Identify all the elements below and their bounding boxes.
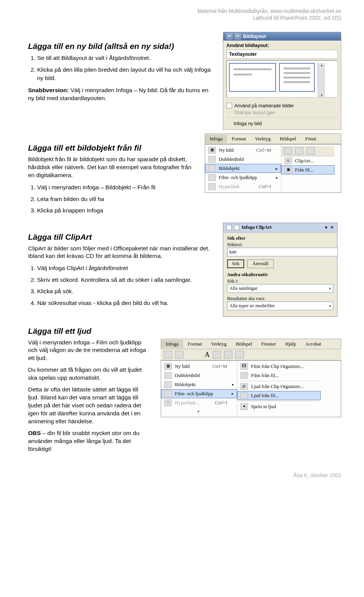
link-icon [208,183,216,190]
snabb-label: Snabbversion: [28,87,69,93]
s4-obs: OBS – din fil blir snabbt mycket stor om… [28,429,149,453]
toolbar-icon[interactable] [224,351,232,358]
menu-infoga[interactable]: Infoga [161,340,183,348]
menu-verktyg[interactable]: Verktyg [251,135,275,143]
submenu-arrow-icon: ▸ [232,391,234,396]
image-icon [164,381,172,388]
s2-steps: Välj i menyraden Infoga – Bildobjekt – F… [37,183,193,215]
toolbar-icon[interactable] [175,351,184,358]
new-slide-icon: ▦ [164,363,172,370]
forward-icon[interactable] [234,225,239,230]
menuitem-nybild[interactable]: ▦Ny bildCtrl+M [205,146,281,155]
menu-fonster[interactable]: Fönster [257,340,281,348]
menuitem-dubblett[interactable]: Dubblettbild [205,155,281,164]
list-item: Skriv ett sökord. Kontrollera så att du … [37,276,212,284]
toolbar-icon[interactable] [213,351,221,358]
menu-verktyg[interactable]: Verktyg [207,340,231,348]
toolbar-icon[interactable] [235,351,244,358]
menu-expand[interactable]: ▾ [161,407,237,416]
insert-new-slide[interactable]: Infoga ny bild [226,120,338,127]
menubar-1: Infoga Format Verktyg Bildspel Fönst [205,134,341,144]
sound-file-icon [240,392,248,399]
search-input[interactable] [227,248,338,256]
menu-bildspel[interactable]: Bildspel [275,135,301,143]
menu-format[interactable]: Format [227,135,251,143]
back-icon[interactable]: ⇦ [226,33,232,39]
new-slide-icon: ▦ [208,147,216,154]
dropdown-icon[interactable]: ▾ [325,225,328,231]
soktext-label: Söktext: [227,242,333,248]
collections-select[interactable]: Alla samlingar▾ [227,284,333,293]
list-item: Klicka på sök. [37,287,212,295]
layout-thumbs: ▴▾ [226,60,338,97]
list-item: Välj i menyraden Infoga – Bildobjekt – F… [37,183,193,192]
reset-button[interactable]: Återställ [247,259,273,268]
submenu-ljud-clip[interactable]: 🔊Ljud från Clip Organizer... [237,382,321,391]
menuitem-hyperlank: ∞Hyperlänk...Ctrl+I [161,398,237,407]
back-icon[interactable] [226,225,232,230]
list-item: Välj Infoga ClipArt i åtgärdsfönstret [37,264,212,272]
menuitem-filmljud[interactable]: Film- och ljudklipp▸ [161,389,237,398]
file-icon: ▣ [284,167,292,173]
s2-intro: Bildobjekt från fil är bildobjekt som du… [28,156,193,179]
check-icon [226,103,232,108]
toolbar-icon[interactable] [164,351,172,358]
header-line2: Lathund till PowerPoint 2002, sid 2(5) [28,14,341,21]
submenu-film-fil[interactable]: Film från fil... [237,371,321,380]
menu-format[interactable]: Format [183,340,207,348]
font-preview: A [205,351,210,359]
menu-bildspel[interactable]: Bildspel [231,340,257,348]
list-item: Se till att Bildlayout är valt i Åtgärds… [37,54,212,62]
menu-hjalp[interactable]: Hjälp [281,340,301,348]
clipart-titlebar: Infoga ClipArt ▾ ✕ [223,223,337,233]
submenu-arrow-icon: ▸ [276,176,278,180]
clipart-icon: ☺ [284,157,292,164]
scroll-hint[interactable]: ▴▾ [318,63,325,97]
toolbar-icon[interactable] [295,147,303,155]
layout-thumb[interactable] [279,63,315,92]
menu-acrobat[interactable]: Acrobat [301,340,326,348]
submenu-film-clip[interactable]: 🎞Film från Clip Organizer... [237,362,321,371]
link-icon: ∞ [164,399,172,406]
pane-titlebar: ⇦ ⇨ Bildlayout [223,32,341,41]
page-header: Material från Multimediabyrån, www.multi… [28,8,341,21]
submenu-spela-in[interactable]: ●Spela in ljud [237,402,321,411]
record-icon: ● [240,403,248,410]
chevron-down-icon: ▾ [329,286,331,291]
s4-p2: Du kommer att få frågan om du vill att l… [28,366,149,382]
apply-again: Tillämpa layout igen [226,109,338,116]
toolbar-row: A [161,349,341,360]
submenu-clipart[interactable]: ☺ClipArt... [281,156,334,165]
menuitem-bildobjekt[interactable]: Bildobjekt▸ [161,380,237,389]
s4-p3: Detta är ofta det lättaste sättet att lä… [28,386,149,426]
sok-efter-label: Sök efter [227,236,333,241]
menubar-2: Infoga Format Verktyg Bildspel Fönster H… [161,339,341,349]
forward-icon[interactable]: ⇨ [235,33,241,39]
menu-dropdown-1: ▦Ny bildCtrl+M Dubblettbild Bildobjekt▸ … [205,144,341,193]
submenu-arrow-icon: ▸ [232,382,234,386]
snabbversion: Snabbversion: Välj i menyraden Infoga – … [28,86,212,102]
menuitem-dubblett[interactable]: Dubblettbild [161,371,237,380]
toolbar-icon[interactable] [306,147,315,155]
apply-selected[interactable]: Använd på markerade bilder [226,102,338,109]
menu-infoga[interactable]: Infoga [205,135,227,143]
andra-label: Andra sökalternativ [227,272,333,278]
close-icon[interactable]: ✕ [330,225,334,231]
bildlayout-pane: ⇦ ⇨ Bildlayout Använd bildlayout: Textla… [223,32,341,130]
mediatypes-select[interactable]: Alla typer av mediefiler▾ [227,302,333,310]
submenu-franfil[interactable]: ▣Från fil... [281,165,334,174]
use-layout-label: Använd bildlayout: [226,43,338,48]
menuitem-nybild[interactable]: ▦Ny bildCtrl+M [161,362,237,371]
submenu-ljud-fil[interactable]: Ljud från fil... [237,391,321,400]
list-item: Klicka på knappen Infoga [37,206,193,215]
layout-thumb-selected[interactable] [229,63,276,92]
menu-fonster[interactable]: Fönst [301,135,321,143]
search-button[interactable]: Sök [227,259,244,268]
menuitem-filmljud[interactable]: Film- och ljudklipp▸ [205,173,281,182]
s4-p1: Välj i menyraden Infoga – Film och ljudk… [28,339,149,363]
s1-steps: Se till att Bildlayout är valt i Åtgärds… [37,54,212,82]
s3-intro: ClipArt är bilder som följer med i Offic… [28,245,212,261]
toolbar-icon[interactable] [284,147,292,155]
sound-icon: 🔊 [240,383,248,390]
menuitem-bildobjekt[interactable]: Bildobjekt▸ [205,164,281,173]
